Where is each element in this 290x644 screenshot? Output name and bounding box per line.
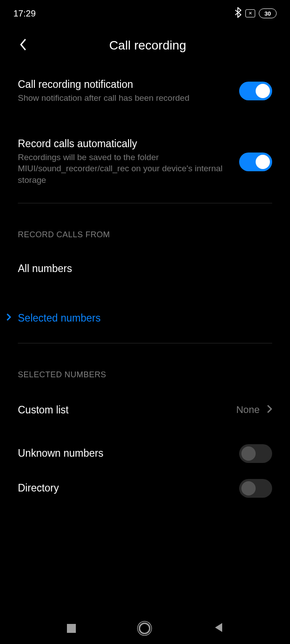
custom-list-row[interactable]: Custom list None — [18, 384, 272, 436]
setting-text: Unknown numbers — [18, 447, 230, 459]
call-recording-notification-row[interactable]: Call recording notification Show notific… — [18, 62, 272, 121]
setting-text: Record calls automatically Recordings wi… — [18, 138, 230, 186]
option-selected-numbers[interactable]: Selected numbers — [6, 293, 272, 343]
record-automatically-row[interactable]: Record calls automatically Recordings wi… — [18, 121, 272, 203]
toggle-knob — [241, 481, 256, 495]
setting-title: Record calls automatically — [18, 138, 230, 150]
setting-title: Directory — [18, 482, 230, 494]
setting-text: Call recording notification Show notific… — [18, 78, 230, 104]
toggle-knob — [241, 446, 256, 461]
setting-title: Call recording notification — [18, 78, 230, 91]
status-bar: 17:29 ✕ 30 — [0, 0, 290, 25]
option-label: Selected numbers — [18, 312, 100, 324]
option-label: All numbers — [18, 263, 72, 275]
header: Call recording — [0, 25, 290, 62]
battery-indicator: 30 — [259, 8, 277, 18]
chevron-right-icon — [6, 313, 12, 323]
setting-subtitle: Show notification after call has been re… — [18, 92, 230, 104]
recents-button[interactable] — [67, 624, 76, 633]
directory-row[interactable]: Directory — [18, 471, 272, 506]
toggle-knob — [256, 155, 270, 169]
setting-text: Directory — [18, 482, 230, 494]
custom-list-value: None — [236, 404, 260, 416]
auto-record-toggle[interactable] — [239, 153, 272, 171]
back-button[interactable] — [19, 38, 28, 53]
notification-toggle[interactable] — [239, 82, 272, 100]
bluetooth-icon — [235, 7, 242, 20]
chevron-right-icon — [267, 405, 272, 415]
navigation-bar — [0, 613, 290, 644]
setting-title: Unknown numbers — [18, 447, 230, 459]
setting-title: Custom list — [18, 404, 236, 416]
back-nav-button[interactable] — [213, 622, 223, 635]
option-all-numbers[interactable]: All numbers — [18, 244, 272, 293]
setting-subtitle: Recordings will be saved to the folder M… — [18, 152, 230, 186]
toggle-knob — [256, 84, 270, 98]
home-button[interactable] — [139, 623, 150, 634]
section-header-record-from: RECORD CALLS FROM — [18, 203, 272, 244]
setting-text: Custom list — [18, 404, 236, 416]
unknown-numbers-row[interactable]: Unknown numbers — [18, 436, 272, 471]
section-header-selected-numbers: SELECTED NUMBERS — [18, 343, 272, 384]
unknown-numbers-toggle[interactable] — [239, 444, 272, 463]
status-time: 17:29 — [13, 8, 36, 19]
dnd-icon: ✕ — [245, 9, 255, 17]
directory-toggle[interactable] — [239, 479, 272, 498]
status-icons: ✕ 30 — [235, 7, 277, 20]
page-title: Call recording — [19, 38, 277, 53]
